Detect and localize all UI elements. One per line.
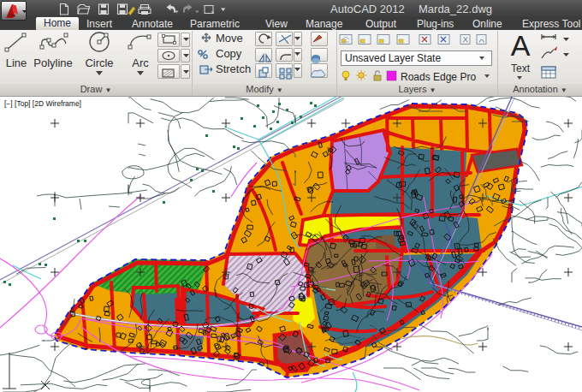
svg-text:Move: Move [216, 32, 243, 45]
svg-text:Polyline: Polyline [33, 56, 73, 69]
svg-text:Arc: Arc [132, 56, 149, 69]
svg-text:Circle: Circle [85, 56, 113, 69]
svg-text:Stretch: Stretch [216, 62, 251, 75]
svg-text:Line: Line [6, 56, 27, 69]
svg-text:Copy: Copy [216, 47, 242, 60]
